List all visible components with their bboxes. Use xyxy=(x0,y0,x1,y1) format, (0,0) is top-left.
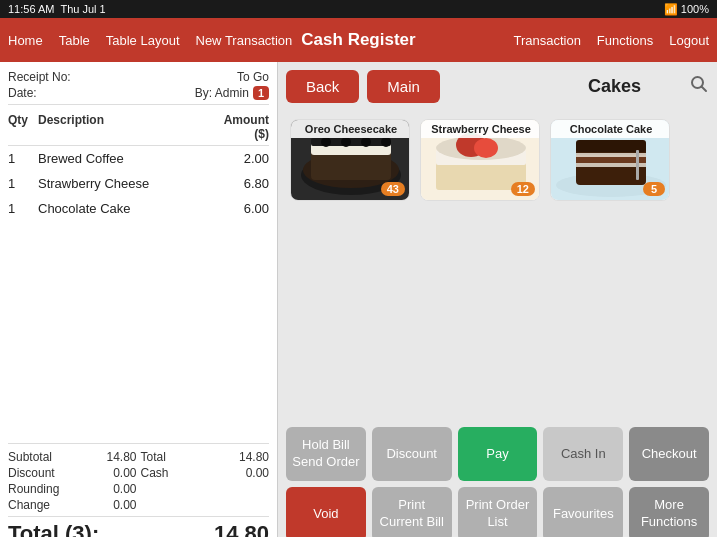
favourites-button[interactable]: Favourites xyxy=(543,487,623,537)
col-qty: Qty xyxy=(8,113,38,141)
nav-transaction[interactable]: Transaction xyxy=(513,33,580,48)
svg-point-10 xyxy=(361,137,371,147)
status-indicators: 📶 100% xyxy=(664,3,709,16)
svg-point-17 xyxy=(474,138,498,158)
status-time: 11:56 AM Thu Jul 1 xyxy=(8,3,106,15)
product-image: Oreo Cheesecake 43 xyxy=(291,120,410,200)
bottom-buttons: Hold Bill Send Order Discount Pay Cash I… xyxy=(278,419,717,537)
svg-point-8 xyxy=(321,137,331,147)
table-row: 1 Chocolate Cake 6.00 xyxy=(8,196,269,221)
void-button[interactable]: Void xyxy=(286,487,366,537)
svg-point-9 xyxy=(341,137,351,147)
right-top: Back Main Cakes xyxy=(278,62,717,111)
product-chocolate-cake[interactable]: Chocolate Cake 5 xyxy=(550,119,670,201)
nav-home[interactable]: Home xyxy=(8,33,43,48)
cash-label: Cash xyxy=(141,466,203,480)
back-button[interactable]: Back xyxy=(286,70,359,103)
svg-rect-27 xyxy=(636,150,639,180)
total-footer: Total (3): 14.80 xyxy=(8,516,269,537)
more-functions-button[interactable]: More Functions xyxy=(629,487,709,537)
receipt-header: Receipt No: To Go Date: By: Admin 1 xyxy=(8,70,269,105)
print-current-bill-button[interactable]: Print Current Bill xyxy=(372,487,452,537)
nav-right: Transaction Functions Logout xyxy=(513,33,709,48)
change-label: Change xyxy=(8,498,70,512)
receipt-items: 1 Brewed Coffee 2.00 1 Strawberry Cheese… xyxy=(8,146,269,443)
svg-rect-25 xyxy=(576,153,646,157)
print-order-list-button[interactable]: Print Order List xyxy=(458,487,538,537)
col-amount: Amount ($) xyxy=(214,113,269,141)
col-desc: Description xyxy=(38,113,214,141)
svg-point-11 xyxy=(381,137,391,147)
nav-functions[interactable]: Functions xyxy=(597,33,653,48)
rounding-label: Rounding xyxy=(8,482,70,496)
product-name: Strawberry Cheese xyxy=(421,120,540,138)
discount-value: 0.00 xyxy=(74,466,136,480)
to-go-label: To Go xyxy=(237,70,269,84)
product-name: Oreo Cheesecake xyxy=(291,120,410,138)
topbar: Home Table Table Layout New Transaction … xyxy=(0,18,717,62)
receipt-no-label: Receipt No: xyxy=(8,70,71,84)
by-label: By: Admin xyxy=(195,86,249,100)
main-layout: Receipt No: To Go Date: By: Admin 1 Qty … xyxy=(0,62,717,537)
receipt-totals: Subtotal 14.80 Total 14.80 Discount 0.00… xyxy=(8,443,269,537)
change-value: 0.00 xyxy=(74,498,136,512)
table-row: 1 Brewed Coffee 2.00 xyxy=(8,146,269,171)
main-button[interactable]: Main xyxy=(367,70,440,103)
nav-logout[interactable]: Logout xyxy=(669,33,709,48)
nav-new-transaction[interactable]: New Transaction xyxy=(196,33,293,48)
total-footer-value: 14.80 xyxy=(214,521,269,537)
discount-button[interactable]: Discount xyxy=(372,427,452,481)
rounding-value: 0.00 xyxy=(74,482,136,496)
pay-button[interactable]: Pay xyxy=(458,427,538,481)
discount-label: Discount xyxy=(8,466,70,480)
search-icon[interactable] xyxy=(689,74,709,99)
total-label: Total xyxy=(141,450,203,464)
total-footer-label: Total (3): xyxy=(8,521,99,537)
subtotal-label: Subtotal xyxy=(8,450,70,464)
cash-in-button[interactable]: Cash In xyxy=(543,427,623,481)
app-title: Cash Register xyxy=(301,30,415,50)
status-bar: 11:56 AM Thu Jul 1 📶 100% xyxy=(0,0,717,18)
total-value: 14.80 xyxy=(207,450,269,464)
product-name: Chocolate Cake xyxy=(551,120,670,138)
checkout-button[interactable]: Checkout xyxy=(629,427,709,481)
date-label: Date: xyxy=(8,86,37,100)
nav-table[interactable]: Table xyxy=(59,33,90,48)
admin-badge: 1 xyxy=(253,86,269,100)
right-panel: Back Main Cakes xyxy=(278,62,717,537)
product-strawberry-cheese[interactable]: Strawberry Cheese 12 xyxy=(420,119,540,201)
svg-rect-24 xyxy=(576,140,646,152)
receipt-col-headers: Qty Description Amount ($) xyxy=(8,109,269,146)
nav-table-layout[interactable]: Table Layout xyxy=(106,33,180,48)
receipt-panel: Receipt No: To Go Date: By: Admin 1 Qty … xyxy=(0,62,278,537)
button-row-2: Void Print Current Bill Print Order List… xyxy=(286,487,709,537)
product-image: Chocolate Cake 5 xyxy=(551,120,670,200)
button-row-1: Hold Bill Send Order Discount Pay Cash I… xyxy=(286,427,709,481)
subtotal-value: 14.80 xyxy=(74,450,136,464)
product-badge: 5 xyxy=(643,182,665,196)
product-badge: 12 xyxy=(511,182,535,196)
hold-bill-button[interactable]: Hold Bill Send Order xyxy=(286,427,366,481)
product-badge: 43 xyxy=(381,182,405,196)
nav-left: Home Table Table Layout New Transaction xyxy=(8,33,292,48)
product-image: Strawberry Cheese 12 xyxy=(421,120,540,200)
svg-rect-26 xyxy=(576,163,646,167)
svg-line-1 xyxy=(702,87,707,92)
category-title: Cakes xyxy=(588,76,641,97)
product-grid: Oreo Cheesecake 43 xyxy=(278,111,717,209)
product-oreo-cheesecake[interactable]: Oreo Cheesecake 43 xyxy=(290,119,410,201)
cash-value: 0.00 xyxy=(207,466,269,480)
table-row: 1 Strawberry Cheese 6.80 xyxy=(8,171,269,196)
